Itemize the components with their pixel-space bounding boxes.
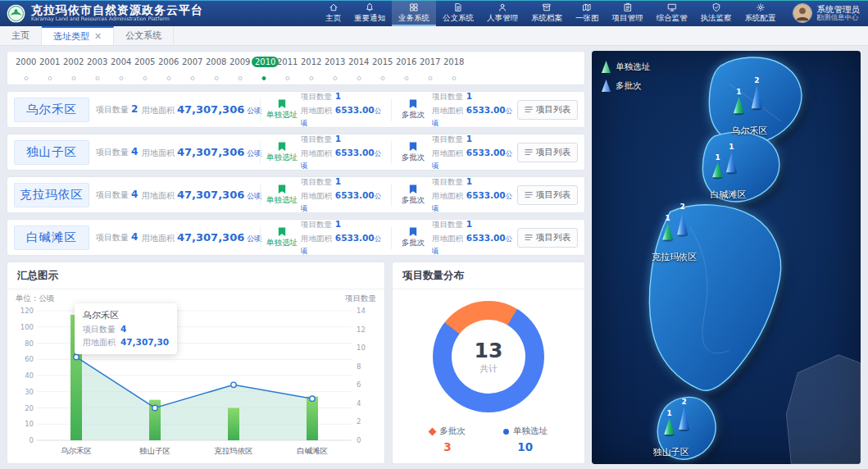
tab-close-icon[interactable]: ✕ (94, 32, 102, 41)
year-2009[interactable]: 2009 (228, 56, 252, 80)
donut-chart[interactable]: 13 共计 (433, 301, 544, 412)
multi-batch-flag-icon (409, 99, 417, 109)
svg-text:1: 1 (715, 153, 720, 162)
year-2010[interactable]: 2010 (252, 56, 275, 80)
svg-text:2: 2 (357, 417, 361, 426)
nav-item-supervision[interactable]: 综合监管 (650, 0, 694, 26)
logo-emblem-icon (7, 4, 25, 23)
single-site-flag: 单独选址 (266, 142, 298, 163)
year-2004[interactable]: 2004 (109, 56, 133, 80)
donut-legend-item[interactable]: 单独选址10 (503, 426, 548, 453)
year-2005[interactable]: 2005 (133, 56, 157, 80)
header-nav: 主页重要通知业务系统公文系统人事管理系统档案一张图项目管理综合监管执法监察系统配… (319, 0, 783, 26)
timeline-dot (190, 76, 194, 80)
year-2014[interactable]: 2014 (347, 56, 370, 80)
nav-item-archive[interactable]: 系统档案 (525, 0, 569, 26)
year-2002[interactable]: 2002 (61, 56, 85, 80)
district-row: 乌尔禾区 项目数量2 用地面积47,307,306公顷 单独选址 项目数量 1 … (7, 91, 585, 128)
timeline-dot (238, 76, 242, 80)
tab-home[interactable]: 主页 (0, 26, 42, 45)
nav-item-enforcement[interactable]: 执法监察 (694, 0, 738, 26)
timeline-dot (24, 76, 28, 80)
archive-icon (542, 2, 552, 12)
nav-item-home[interactable]: 主页 (319, 0, 348, 26)
single-site-flag-icon (278, 184, 286, 194)
nav-item-business[interactable]: 业务系统 (392, 0, 436, 26)
year-2000[interactable]: 2000 (14, 56, 38, 80)
map-panel[interactable]: 12乌尔禾区11白碱滩区12克拉玛依区12独山子区 单独选址多批次 (592, 51, 861, 464)
year-2007[interactable]: 2007 (180, 56, 204, 80)
district-area: 用地面积47,307,306公顷 (142, 103, 255, 116)
year-2001[interactable]: 2001 (38, 56, 61, 80)
year-2013[interactable]: 2013 (323, 56, 347, 80)
year-2016[interactable]: 2016 (394, 56, 418, 80)
home-icon (329, 2, 339, 12)
map-label-kelamayi: 克拉玛依区 (652, 252, 697, 262)
district-area: 用地面积47,307,306公顷 (142, 231, 255, 244)
multi-batch-flag-icon (409, 184, 417, 194)
nav-item-onemap[interactable]: 一张图 (569, 0, 606, 26)
nav-item-project[interactable]: 项目管理 (606, 0, 650, 26)
district-row: 白碱滩区 项目数量4 用地面积47,307,306公顷 单独选址 项目数量 1 … (7, 219, 585, 256)
nav-item-document[interactable]: 公文系统 (436, 0, 480, 26)
nav-item-config[interactable]: 系统配置 (738, 0, 783, 26)
year-2006[interactable]: 2006 (157, 56, 180, 80)
tab-label: 公文系统 (125, 30, 161, 42)
year-2017[interactable]: 2017 (418, 56, 442, 80)
nav-label: 主页 (325, 13, 341, 24)
user-area[interactable]: 系统管理员 勘测信息中心 (793, 3, 861, 23)
svg-text:乌尔禾区: 乌尔禾区 (61, 446, 92, 455)
year-2018[interactable]: 2018 (442, 56, 466, 80)
avatar[interactable] (793, 3, 812, 23)
project-list-button[interactable]: 项目列表 (517, 185, 578, 205)
multi-batch-stats: 项目数量 1 用地面积 6533.00公顷 (432, 175, 517, 214)
year-2008[interactable]: 2008 (204, 56, 228, 80)
tab-site-type[interactable]: 选址类型✕ (42, 26, 114, 45)
single-site-cone-icon (602, 61, 611, 73)
tab-document[interactable]: 公文系统 (114, 26, 174, 45)
year-2003[interactable]: 2003 (85, 56, 109, 80)
multi-batch-flag-icon (409, 142, 417, 152)
multi-batch-flag: 多批次 (397, 227, 429, 248)
project-list-button[interactable]: 项目列表 (517, 143, 578, 162)
district-name[interactable]: 乌尔禾区 (14, 98, 89, 122)
district-area: 用地面积47,307,306公顷 (142, 146, 255, 159)
legend-circle-icon (503, 429, 509, 435)
year-2011[interactable]: 2011 (275, 56, 299, 80)
svg-text:2: 2 (754, 76, 759, 84)
nav-item-hr[interactable]: 人事管理 (480, 0, 525, 26)
legend-diamond-icon (429, 427, 437, 435)
summary-chart-title: 汇总图示 (7, 262, 384, 289)
year-2015[interactable]: 2015 (370, 56, 394, 80)
app-header: 克拉玛依市自然资源政务云平台 Karamay Land and Resource… (0, 0, 868, 26)
map-label-wuerhe: 乌尔禾区 (731, 125, 768, 136)
single-site-stats: 项目数量 1 用地面积 6533.00公顷 (301, 133, 386, 171)
svg-text:40: 40 (25, 371, 34, 380)
district-row: 独山子区 项目数量4 用地面积47,307,306公顷 单独选址 项目数量 1 … (7, 134, 585, 171)
svg-text:2: 2 (680, 203, 685, 211)
nav-label: 业务系统 (398, 13, 429, 24)
map-legend: 单独选址多批次 (602, 61, 650, 92)
timeline-dot (166, 76, 170, 80)
project-list-button[interactable]: 项目列表 (517, 228, 578, 248)
svg-text:30: 30 (25, 388, 34, 396)
single-site-stats: 项目数量 1 用地面积 6533.00公顷 (301, 90, 386, 129)
year-2012[interactable]: 2012 (299, 56, 323, 80)
summary-chart[interactable]: 010203040608010012002468101214乌尔禾区独山子区克拉… (7, 304, 384, 458)
map-legend-item: 多批次 (602, 80, 650, 92)
district-name[interactable]: 白碱滩区 (14, 225, 89, 250)
timeline-dot (380, 76, 384, 80)
donut-legend-item[interactable]: 多批次3 (429, 426, 466, 453)
nav-item-notice[interactable]: 重要通知 (348, 0, 392, 26)
nav-label: 一张图 (575, 13, 599, 24)
supervision-icon (667, 2, 677, 12)
brand: 克拉玛依市自然资源政务云平台 Karamay Land and Resource… (7, 4, 203, 23)
svg-text:12: 12 (357, 326, 366, 334)
project-list-button[interactable]: 项目列表 (517, 100, 578, 120)
district-name[interactable]: 克拉玛依区 (14, 183, 89, 207)
timeline-dot (48, 76, 52, 80)
nav-label: 项目管理 (612, 13, 643, 24)
district-name[interactable]: 独山子区 (14, 140, 89, 165)
list-icon (525, 234, 533, 241)
tooltip-title: 乌尔禾区 (83, 309, 169, 321)
